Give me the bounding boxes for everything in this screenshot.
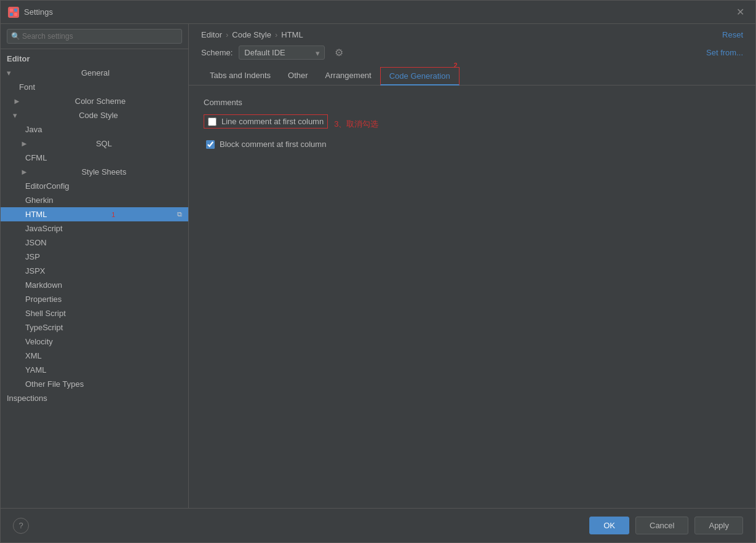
svg-rect-2	[10, 13, 13, 16]
svg-rect-1	[14, 9, 17, 12]
svg-rect-3	[14, 13, 17, 16]
main-content: Comments Line comment at first column 3、…	[189, 85, 755, 508]
apply-button[interactable]: Apply	[694, 517, 743, 534]
title-text: Settings	[24, 7, 53, 17]
sidebar-item-jsp[interactable]: JSP ⧉	[1, 250, 188, 264]
general-arrow: ▾	[7, 68, 11, 77]
sidebar-item-typescript[interactable]: TypeScript ⧉	[1, 320, 188, 335]
sidebar-item-label: EditorConfig	[25, 181, 70, 191]
line-comment-row: Line comment at first column	[204, 114, 328, 129]
tab-other[interactable]: Other	[279, 67, 317, 85]
sidebar-item-label: JSP	[25, 252, 40, 261]
tabs-row: Tabs and Indents Other Arrangement Code …	[201, 67, 743, 85]
tab-code-generation[interactable]: Code Generation 2	[380, 67, 460, 85]
sidebar-item-yaml[interactable]: YAML ⧉	[1, 363, 188, 377]
sidebar-item-label: Other File Types	[25, 379, 84, 389]
sidebar-item-style-sheets[interactable]: ► Style Sheets ⧉	[1, 165, 188, 179]
sidebar-item-shell-script[interactable]: Shell Script ⧉	[1, 306, 188, 320]
block-comment-row: Block comment at first column	[204, 138, 741, 150]
sidebar-item-label: Code Style	[79, 111, 118, 120]
breadcrumb-row: Editor › Code Style › HTML Reset	[201, 30, 743, 39]
code-style-arrow: ▾	[13, 111, 17, 120]
sidebar-item-html[interactable]: HTML 1 ⧉	[1, 207, 188, 221]
sidebar-item-editorconfig[interactable]: EditorConfig ⧉	[1, 179, 188, 193]
scheme-label: Scheme:	[201, 48, 233, 57]
content-area: 🔍 Editor ▾ General ⧉ Font ⧉	[1, 24, 755, 508]
sidebar-item-inspections[interactable]: Inspections ⧉	[1, 391, 188, 405]
ok-button[interactable]: OK	[589, 517, 629, 534]
sidebar-item-velocity[interactable]: Velocity ⧉	[1, 335, 188, 349]
step-annotation-2: 2	[454, 61, 458, 69]
sidebar-item-javascript[interactable]: JavaScript ⧉	[1, 221, 188, 236]
sidebar-item-label: CFML	[25, 153, 47, 162]
sidebar-item-xml[interactable]: XML ⧉	[1, 349, 188, 363]
sidebar-item-jspx[interactable]: JSPX ⧉	[1, 264, 188, 278]
sidebar-item-label: JSPX	[25, 266, 46, 275]
sidebar-item-json[interactable]: JSON ⧉	[1, 236, 188, 250]
line-comment-checkbox[interactable]	[208, 117, 217, 126]
reset-button[interactable]: Reset	[722, 30, 743, 39]
sidebar-item-label: Shell Script	[25, 309, 66, 318]
sql-arrow: ►	[20, 139, 28, 148]
sidebar-item-label: Color Scheme	[75, 97, 125, 106]
bottom-buttons: OK Cancel Apply	[589, 517, 743, 534]
color-scheme-arrow: ►	[13, 97, 21, 106]
main-header: Editor › Code Style › HTML Reset Scheme:…	[189, 24, 755, 85]
scheme-row: Scheme: Default IDE Project ⚙ Set from..…	[201, 46, 743, 60]
svg-rect-0	[10, 9, 13, 12]
breadcrumb-sep2: ›	[275, 30, 277, 39]
sidebar-item-java[interactable]: Java ⧉	[1, 122, 188, 137]
copy-icon: ⧉	[177, 210, 182, 218]
sidebar-item-label: Velocity	[25, 337, 53, 346]
sidebar-item-label: TypeScript	[25, 323, 63, 332]
line-comment-label[interactable]: Line comment at first column	[221, 117, 324, 126]
help-button[interactable]: ?	[13, 518, 29, 534]
settings-dialog: Settings ✕ 🔍 Editor ▾ General ⧉	[0, 0, 756, 543]
sidebar-item-label: HTML	[25, 210, 47, 219]
sidebar-item-general[interactable]: ▾ General ⧉	[1, 66, 188, 80]
sidebar-item-label: XML	[25, 351, 42, 360]
sidebar-item-sql[interactable]: ► SQL ⧉	[1, 137, 188, 151]
sidebar-item-label: Markdown	[25, 280, 62, 290]
sidebar-item-font[interactable]: Font ⧉	[1, 80, 188, 94]
gear-button[interactable]: ⚙	[331, 46, 347, 60]
section-title: Comments	[204, 98, 741, 107]
sidebar-item-other-file-types[interactable]: Other File Types ⧉	[1, 377, 188, 391]
cancel-button[interactable]: Cancel	[635, 517, 688, 534]
breadcrumb-editor: Editor	[201, 30, 222, 39]
scheme-select-wrapper: Default IDE Project	[239, 46, 325, 60]
title-bar: Settings ✕	[1, 1, 755, 24]
sidebar-item-label: Java	[25, 125, 42, 134]
sidebar-item-label: Font	[19, 82, 35, 92]
tab-tabs-indents[interactable]: Tabs and Indents	[201, 67, 279, 85]
search-box: 🔍	[1, 24, 188, 49]
block-comment-checkbox[interactable]	[206, 140, 215, 149]
sidebar-item-gherkin[interactable]: Gherkin ⧉	[1, 193, 188, 207]
sidebar-item-code-style[interactable]: ▾ Code Style ⧉	[1, 108, 188, 122]
search-input[interactable]	[7, 29, 182, 44]
editor-section-header: Editor	[1, 52, 188, 66]
bottom-bar: ? OK Cancel Apply	[1, 508, 755, 542]
block-comment-label[interactable]: Block comment at first column	[220, 140, 326, 149]
step-annotation-1: 1	[111, 211, 115, 218]
sidebar: 🔍 Editor ▾ General ⧉ Font ⧉	[1, 24, 189, 508]
annotation-3: 3、取消勾选	[334, 119, 378, 130]
sidebar-item-label: Inspections	[7, 394, 47, 403]
sidebar-item-label: JavaScript	[25, 224, 63, 233]
sidebar-item-label: JSON	[25, 238, 47, 247]
search-icon: 🔍	[11, 32, 20, 41]
sidebar-item-color-scheme[interactable]: ► Color Scheme ⧉	[1, 94, 188, 108]
sidebar-item-label: Gherkin	[25, 196, 54, 205]
sidebar-item-cfml[interactable]: CFML ⧉	[1, 151, 188, 165]
set-from-button[interactable]: Set from...	[706, 48, 743, 57]
sidebar-tree: Editor ▾ General ⧉ Font ⧉ ► Color Scheme…	[1, 49, 188, 508]
close-button[interactable]: ✕	[733, 5, 748, 19]
breadcrumb: Editor › Code Style › HTML	[201, 30, 303, 39]
breadcrumb-code-style: Code Style	[232, 30, 271, 39]
breadcrumb-html: HTML	[281, 30, 303, 39]
scheme-select[interactable]: Default IDE Project	[239, 46, 325, 60]
sidebar-item-markdown[interactable]: Markdown ⧉	[1, 278, 188, 292]
style-sheets-arrow: ►	[20, 167, 28, 176]
sidebar-item-properties[interactable]: Properties ⧉	[1, 292, 188, 306]
tab-arrangement[interactable]: Arrangement	[317, 67, 380, 85]
